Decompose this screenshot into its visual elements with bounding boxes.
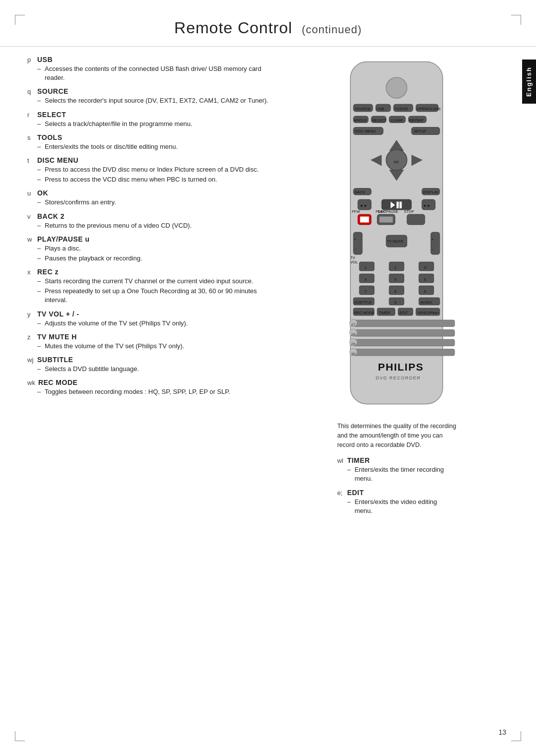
section-letter: v — [27, 213, 34, 220]
section-header: wlTIMER — [337, 456, 456, 464]
section-title: OK — [37, 189, 48, 197]
list-item: Accesses the contents of the connected U… — [37, 64, 275, 82]
section-header: qSOURCE — [27, 87, 275, 95]
section-letter: wl — [337, 457, 344, 464]
remote-bottom-text: This determines the quality of the recor… — [337, 422, 456, 449]
section-letter: r — [27, 111, 34, 119]
svg-rect-93 — [353, 339, 455, 346]
svg-text:STOP: STOP — [404, 209, 414, 214]
section-u: uOKStores/confirms an entry. — [27, 189, 275, 207]
svg-text:+: + — [354, 237, 357, 242]
list-item: Returns to the previous menu of a video … — [37, 221, 275, 230]
section-p: pUSBAccesses the contents of the connect… — [27, 56, 275, 82]
svg-text:SUBTITLE: SUBTITLE — [354, 300, 372, 305]
section-letter: w — [27, 236, 34, 243]
svg-text:AUDIO: AUDIO — [420, 300, 432, 305]
svg-text:ANGLE: ANGLE — [354, 118, 367, 123]
section-wj: wjSUBTITLESelects a DVD subtitle languag… — [27, 356, 275, 374]
list-item: Enters/exits the tools or disc/title edi… — [37, 142, 275, 151]
svg-text:REC MODE: REC MODE — [354, 311, 374, 315]
svg-text:SETUP: SETUP — [414, 129, 426, 133]
left-column: pUSBAccesses the contents of the connect… — [27, 56, 275, 520]
list-item: Adjusts the volume of the TV set (Philip… — [37, 319, 275, 328]
list-item: Stores/confirms an entry. — [37, 198, 275, 207]
svg-text:PHILIPS: PHILIPS — [378, 361, 424, 373]
main-content: pUSBAccesses the contents of the connect… — [0, 47, 536, 529]
section-title: REC MODE — [38, 378, 77, 386]
svg-text:TV/DVD: TV/DVD — [395, 107, 408, 111]
svg-rect-37 — [400, 202, 402, 209]
section-title: SELECT — [37, 111, 66, 119]
svg-rect-91 — [353, 320, 455, 327]
svg-text:7: 7 — [365, 289, 367, 294]
svg-text:1: 1 — [365, 265, 367, 270]
svg-text:FFW: FFW — [352, 209, 360, 214]
svg-text:28: 28 — [351, 332, 355, 337]
remote-svg: SOURCE USB TV/DVD OPEN/CLOSE ANGLE SELEC… — [337, 58, 456, 415]
svg-text:TV: TV — [350, 255, 355, 260]
section-title: DISC MENU — [37, 156, 78, 164]
section-header: uOK — [27, 189, 275, 197]
section-title: SOURCE — [37, 87, 68, 95]
section-w: wPLAY/PAUSE uPlays a disc.Pauses the pla… — [27, 235, 275, 263]
svg-text:REPEAT: REPEAT — [409, 118, 424, 123]
section-letter: s — [27, 134, 34, 141]
section-body: Adjusts the volume of the TV set (Philip… — [27, 319, 275, 328]
svg-text:0: 0 — [395, 300, 397, 305]
svg-text:+: + — [432, 237, 434, 242]
svg-text:2: 2 — [395, 265, 397, 270]
list-item: Pauses the playback or recording. — [37, 254, 275, 263]
svg-text:OK: OK — [394, 160, 399, 164]
svg-rect-36 — [397, 202, 399, 209]
list-item: Plays a disc. — [37, 244, 275, 253]
bottom-section-e;: e;EDITEnters/exits the video editing men… — [337, 489, 456, 515]
svg-text:VOL: VOL — [350, 260, 358, 264]
section-header: wkREC MODE — [27, 378, 275, 386]
svg-rect-45 — [360, 217, 369, 223]
section-title: PLAY/PAUSE u — [37, 235, 90, 243]
list-item: Press repeatedly to set up a One Touch R… — [37, 287, 275, 305]
title-sub: (continued) — [302, 23, 362, 36]
section-letter: y — [27, 311, 34, 318]
section-q: qSOURCESelects the recorder's input sour… — [27, 87, 275, 105]
svg-rect-92 — [353, 330, 455, 337]
svg-text:DVD RECORDER: DVD RECORDER — [376, 376, 421, 380]
svg-text:3: 3 — [424, 265, 426, 270]
remote-wrapper: SOURCE USB TV/DVD OPEN/CLOSE ANGLE SELEC… — [337, 58, 456, 417]
section-letter: x — [27, 268, 34, 276]
section-letter: wj — [27, 356, 34, 364]
svg-rect-71 — [359, 286, 374, 295]
svg-rect-72 — [389, 286, 404, 295]
svg-text:SOURCE: SOURCE — [355, 107, 371, 111]
svg-text:5: 5 — [395, 277, 397, 282]
section-header: rSELECT — [27, 111, 275, 119]
corner-mark-tl — [15, 15, 25, 25]
section-body: Press to access the DVD disc menu or Ind… — [27, 165, 275, 184]
svg-text:EDIT: EDIT — [400, 311, 408, 315]
svg-rect-65 — [359, 274, 374, 283]
section-title: REC z — [37, 268, 59, 276]
svg-text:REC: REC — [378, 209, 386, 214]
section-title: TIMER — [347, 456, 370, 464]
bottom-section-wl: wlTIMEREnters/exits the timer recording … — [337, 456, 456, 483]
section-letter: q — [27, 88, 34, 95]
section-header: yTV VOL + / - — [27, 310, 275, 318]
svg-text:TIMER: TIMER — [379, 311, 391, 315]
svg-text:8: 8 — [395, 289, 397, 294]
svg-rect-44 — [407, 214, 425, 225]
svg-rect-73 — [419, 286, 434, 295]
list-item: Selects a track/chapter/file in the prog… — [37, 120, 275, 128]
svg-rect-59 — [359, 262, 374, 271]
svg-point-1 — [386, 77, 407, 98]
section-y: yTV VOL + / -Adjusts the volume of the T… — [27, 310, 275, 328]
section-wk: wkREC MODEToggles between recording mode… — [27, 378, 275, 396]
page-number: 13 — [498, 728, 506, 736]
svg-text:SELECT: SELECT — [372, 118, 387, 123]
bottom-sections-right: wlTIMEREnters/exits the timer recording … — [337, 456, 456, 520]
section-body: Returns to the previous menu of a video … — [27, 221, 275, 230]
svg-rect-61 — [419, 262, 434, 271]
page-title: Remote Control (continued) — [0, 0, 536, 47]
svg-rect-67 — [419, 274, 434, 283]
svg-text:BACK: BACK — [355, 190, 365, 194]
svg-text:6: 6 — [424, 277, 426, 282]
